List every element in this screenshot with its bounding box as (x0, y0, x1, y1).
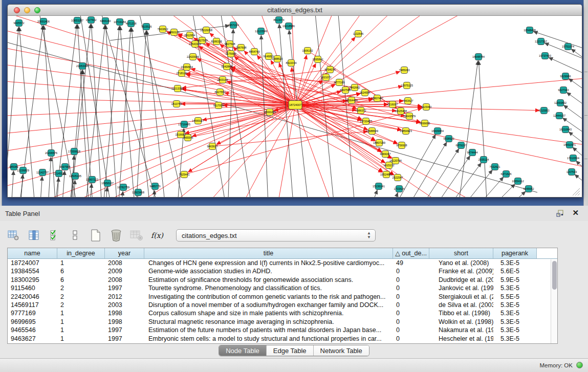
memory-status-icon[interactable] (576, 362, 583, 368)
graph-node[interactable]: 7485063 (399, 67, 410, 74)
table-cell[interactable]: 5.3E-5 (493, 335, 537, 343)
graph-node[interactable]: 16210643 (559, 126, 572, 133)
graph-node[interactable]: 2718120 (177, 70, 187, 77)
table-cell[interactable]: Nakamura et al. (1997) (429, 326, 493, 334)
graph-node[interactable]: 15751074 (562, 43, 574, 50)
table-cell[interactable]: 0 (393, 301, 429, 309)
graph-node[interactable]: 15692971 (563, 142, 576, 148)
table-cell[interactable]: 1 (57, 326, 105, 334)
graph-node[interactable]: 9097588 (60, 164, 71, 170)
graph-node[interactable]: 16648784 (472, 54, 485, 60)
table-cell[interactable]: 2003 (105, 301, 144, 309)
table-cell[interactable]: 2008 (105, 259, 144, 267)
new-table-icon[interactable] (89, 229, 102, 242)
table-cell[interactable]: 1 (57, 318, 105, 326)
graph-node[interactable]: 9329966 (560, 73, 571, 80)
table-settings-icon[interactable] (7, 229, 20, 242)
graph-node[interactable]: 10719184 (114, 19, 126, 26)
graph-node[interactable]: 16958107 (101, 180, 114, 187)
table-cell[interactable]: Stergiakouli et al. (2012) (429, 293, 493, 301)
table-cell[interactable]: 2009 (105, 267, 144, 275)
collapsed-panel-edge-left[interactable] (0, 0, 2, 206)
table-cell[interactable]: 1 (57, 309, 105, 317)
graph-node[interactable]: 7663822 (158, 26, 168, 33)
table-cell[interactable]: 6 (57, 276, 105, 284)
graph-node[interactable]: 9756928 (397, 142, 407, 149)
graph-node[interactable]: 6471626 (501, 171, 512, 178)
table-row[interactable]: 969969511998Structural magnetic resonanc… (8, 318, 557, 326)
table-cell[interactable]: 5.5E-5 (493, 293, 537, 301)
graph-node[interactable]: 8454749 (249, 49, 260, 55)
table-cell[interactable]: 5.3E-5 (493, 318, 537, 326)
graph-node[interactable]: 8322034 (286, 60, 297, 67)
table-cell[interactable]: Disruption of a novel member of a sodium… (144, 301, 393, 309)
tab-network-table[interactable]: Network Table (314, 345, 369, 356)
graph-node[interactable]: 12217397 (535, 38, 547, 45)
table-cell[interactable]: 5.3E-5 (493, 284, 537, 292)
graph-node[interactable]: 17957223 (86, 177, 98, 183)
network-canvas[interactable]: 1872400718300295986012389129541822605898… (8, 16, 582, 197)
float-panel-icon[interactable] (556, 209, 564, 217)
table-cell[interactable]: Franke et al. (2009) (429, 267, 493, 275)
table-cell[interactable]: 0 (393, 335, 429, 343)
table-cell[interactable]: 22420046 (8, 293, 57, 301)
table-cell[interactable]: 0 (393, 284, 429, 292)
table-cell[interactable]: 2 (57, 301, 105, 309)
table-cell[interactable]: 5.3E-5 (493, 259, 537, 267)
graph-node[interactable]: 19218586 (282, 23, 295, 30)
graph-node[interactable]: 6466160 (100, 18, 111, 25)
graph-node[interactable]: 19737493 (539, 53, 551, 59)
table-row[interactable]: 1872400712008Changes of HCN gene express… (8, 259, 557, 267)
table-cell[interactable]: 18724007 (8, 259, 57, 267)
graph-node[interactable]: 2935114 (478, 157, 489, 163)
table-row[interactable]: 946554611997Estimation of the future num… (8, 326, 557, 334)
table-cell[interactable]: Wolkin et al. (1998) (429, 318, 493, 326)
table-cell[interactable]: Corpus callosum shape and size in male p… (144, 309, 393, 317)
graph-node[interactable]: 19854923 (400, 128, 412, 135)
select-columns-icon[interactable] (48, 229, 61, 242)
table-cell[interactable]: 9463627 (8, 335, 57, 343)
table-cell[interactable]: 2 (57, 284, 105, 292)
table-cell[interactable]: 5.6E-5 (493, 267, 537, 275)
column-settings-icon[interactable] (28, 229, 41, 242)
graph-node[interactable]: 9227343 (558, 87, 569, 94)
column-header-year[interactable]: year (105, 248, 144, 258)
table-cell[interactable]: 9777169 (8, 309, 57, 317)
graph-node[interactable]: 15136141 (373, 183, 385, 190)
graph-node[interactable]: 6879197 (456, 142, 467, 149)
column-header-out_de[interactable]: △ out_de... (393, 248, 429, 258)
graph-node[interactable]: 17359928 (68, 148, 80, 155)
tab-node-table[interactable]: Node Table (219, 345, 267, 356)
table-cell[interactable]: de Silva et al. (2003) (429, 301, 493, 309)
graph-node[interactable]: 18807299 (373, 140, 385, 146)
graph-node[interactable]: 7463627 (403, 98, 413, 104)
table-cell[interactable]: Genome-wide association studies in ADHD. (144, 267, 393, 275)
graph-node[interactable]: 8215953 (539, 107, 550, 114)
table-row[interactable]: 1456911722003Disruption of a novel membe… (8, 301, 557, 309)
table-cell[interactable]: 5.9E-5 (493, 276, 537, 284)
table-cell[interactable]: 1998 (105, 309, 144, 317)
graph-node[interactable]: 7462662 (350, 84, 360, 91)
graph-node[interactable]: 9777169 (334, 79, 345, 86)
window-titlebar[interactable]: citations_edges.txt (8, 5, 582, 16)
table-cell[interactable]: 1997 (105, 326, 144, 334)
graph-node[interactable]: 20691406 (37, 18, 50, 25)
table-row[interactable]: 2242004622012Investigating the contribut… (8, 293, 557, 301)
graph-node[interactable]: 9699695 (420, 120, 430, 127)
table-row[interactable]: 911546021997Tourette syndrome. Phenomeno… (8, 284, 557, 292)
table-cell[interactable]: Dudbridge et al. (2008) (429, 276, 493, 284)
table-cell[interactable]: Estimation of significance thresholds fo… (144, 276, 393, 284)
table-cell[interactable]: Structural magnetic resonance image aver… (144, 318, 393, 326)
table-cell[interactable]: Tourette syndrome. Phenomenology and cla… (144, 284, 393, 292)
tab-edge-table[interactable]: Edge Table (267, 345, 314, 356)
graph-node[interactable]: 1132546 (353, 31, 364, 37)
table-cell[interactable]: Yano et al. (2008) (429, 259, 493, 267)
column-header-short[interactable]: short (429, 248, 493, 258)
graph-hub-node[interactable]: 18724007 (289, 101, 302, 110)
collapsed-panel-edge-right[interactable] (583, 0, 588, 206)
table-cell[interactable]: 1997 (105, 284, 144, 292)
graph-node[interactable]: 1527602 (86, 17, 97, 24)
table-row[interactable]: 977716911998Corpus callosum shape and si… (8, 309, 557, 317)
column-header-pagerank[interactable]: pagerank (493, 248, 537, 258)
table-cell[interactable]: 6 (57, 267, 105, 275)
